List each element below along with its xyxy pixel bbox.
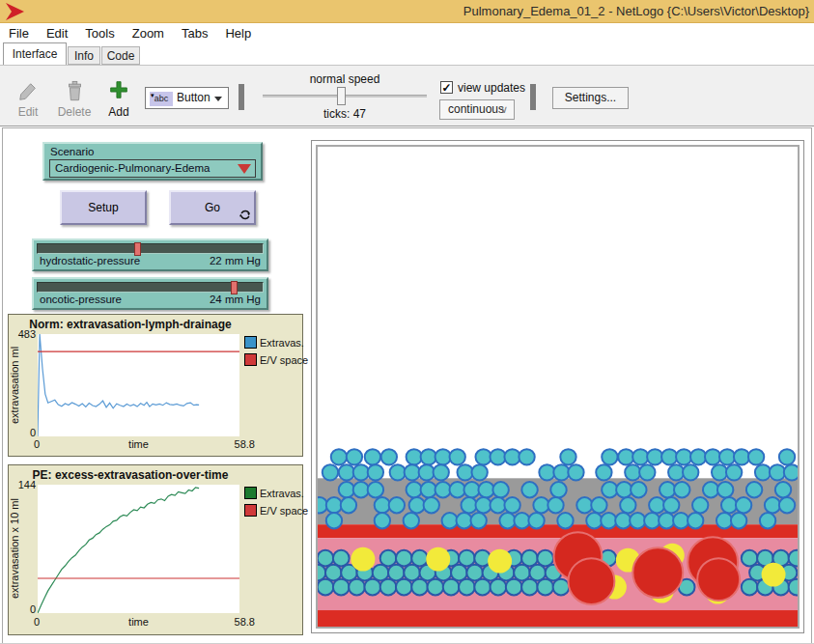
fluid-particle [326,497,342,513]
chooser-dropdown-triangle-icon [238,164,251,174]
fluid-particle [719,449,735,464]
plot-canvas [38,485,239,613]
solute-particle [351,547,375,572]
title-bar: Pulmonary_Edema_01_2 - NetLogo {C:\Users… [0,0,814,23]
menu-file[interactable]: File [0,25,38,42]
fluid-particle [647,449,662,464]
fluid-particle [779,497,795,513]
y-axis-min: 0 [11,427,36,438]
fluid-particle [435,482,451,497]
menu-edit[interactable]: Edit [38,25,76,42]
plasma-particle [506,579,522,596]
plot-title: PE: excess-extravasation-over-time [9,468,252,482]
legend-swatch-icon [244,487,257,499]
slider-name: hydrostatic-pressure [40,255,140,266]
legend-item: E/V space [244,504,308,517]
fluid-particle [770,464,785,480]
tab-interface[interactable]: Interface [3,42,67,65]
fluid-particle [721,497,737,513]
scenario-chooser: Scenario Cardiogenic-Pulmonary-Edema [42,142,263,181]
edit-pencil-icon[interactable] [17,80,39,103]
fluid-particle [663,497,679,513]
view-updates-checkbox[interactable]: ✓ [440,81,453,94]
legend-swatch-icon [244,353,257,366]
slider-handle[interactable] [134,242,141,256]
menu-help[interactable]: Help [216,25,260,42]
fluid-particle [368,464,383,480]
fluid-particle [717,482,733,497]
fluid-particle [339,464,354,480]
fluid-particle [341,497,356,513]
setup-button[interactable]: Setup [60,190,147,225]
fluid-particle [407,449,422,464]
fluid-particle [375,513,390,528]
world-view-frame [311,140,804,633]
fluid-particle [703,482,718,497]
fluid-particle [326,513,342,528]
fluid-particle [576,497,592,513]
fluid-particle [736,497,751,513]
tab-info[interactable]: Info [68,46,100,65]
plasma-particle [491,579,507,596]
fluid-particle [731,513,746,528]
widget-type-dropdown[interactable]: ▾ abc Button [145,87,229,109]
fluid-particle [407,482,422,497]
fluid-particle [504,449,519,464]
slider-track[interactable] [37,243,264,254]
speed-slider-handle[interactable] [337,87,346,105]
fluid-particle [712,464,727,480]
fluid-particle [490,449,505,464]
menu-zoom[interactable]: Zoom [124,25,173,42]
menu-tools[interactable]: Tools [76,25,123,42]
update-mode-value: continuous [448,100,504,119]
tab-code[interactable]: Code [101,46,140,65]
speed-slider-label: normal speed [263,72,427,86]
edit-button-label[interactable]: Edit [8,105,48,119]
fluid-particle [339,482,354,497]
fluid-particle [632,449,648,464]
settings-button[interactable]: Settings... [552,87,629,109]
chooser-label: Scenario [50,146,94,157]
fluid-particle [450,449,465,464]
update-mode-dropdown[interactable]: continuous ∨ [439,99,515,120]
plasma-particle [427,579,443,596]
chooser-select[interactable]: Cardiogenic-Pulmonary-Edema [49,159,256,178]
add-plus-icon[interactable] [109,80,128,99]
plasma-particle [537,579,553,596]
delete-trash-icon[interactable] [64,79,85,103]
plasma-particle [474,579,491,596]
slider-value: 24 mm Hg [210,294,261,305]
fluid-particle [353,464,369,480]
plasma-particle [318,579,333,596]
plot-legend: Extravas.E/V space [244,487,308,521]
plasma-particle [789,579,798,596]
fluid-particle [673,513,688,528]
fluid-particle [784,464,798,480]
fluid-particle [779,449,795,464]
menu-tabs[interactable]: Tabs [173,25,216,42]
fluid-particle [568,464,583,480]
fluid-particle [450,482,465,497]
fluid-particle [560,449,575,464]
fluid-particle [381,449,397,464]
fluid-particle [625,464,640,480]
fluid-particle [521,482,537,497]
fluid-particle [618,449,633,464]
fluid-particle [644,513,660,528]
fluid-particle [347,449,362,464]
fluid-particle [458,464,473,480]
fluid-particle [688,513,703,528]
fluid-particle [659,513,674,528]
slider-handle[interactable] [231,281,238,294]
toolbar: Edit Delete Add ▾ abc Button normal spee… [0,65,814,126]
y-axis-title: extravasation ml [9,334,21,436]
add-button-label[interactable]: Add [98,105,139,119]
fluid-particle [475,497,491,513]
forever-loop-icon [239,209,251,221]
slider-track[interactable] [37,282,264,293]
delete-button-label[interactable]: Delete [50,105,98,119]
go-button[interactable]: Go [169,190,256,225]
fluid-particle [492,482,508,497]
fluid-particle [533,497,548,513]
series-line-Extravas. [38,334,199,436]
